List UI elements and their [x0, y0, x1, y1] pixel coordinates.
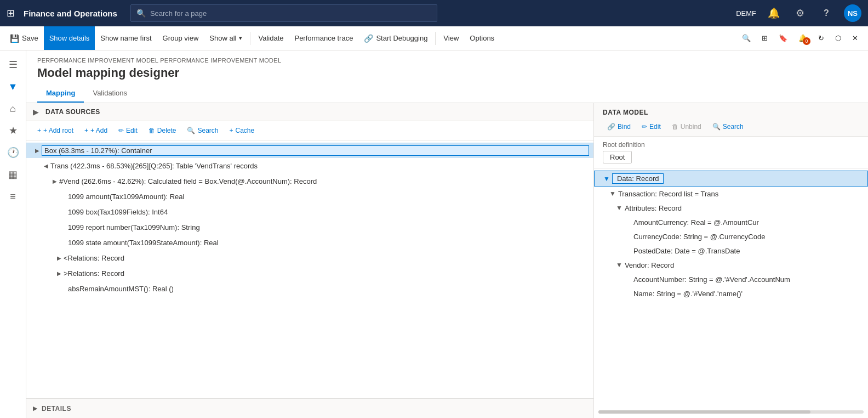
tree-item-box[interactable]: ▶ Box (63.3ms - 10.27%): Container — [26, 143, 593, 158]
tree-item-vend-label: #Vend (262.6ms - 42.62%): Calculated fie… — [59, 177, 589, 185]
save-button[interactable]: 💾 Save — [4, 26, 44, 50]
notification-badge-button[interactable]: 🔔 0 — [793, 34, 813, 42]
expander-trans[interactable]: ◀ — [42, 161, 50, 170]
dm-edit-button[interactable]: ✏ Edit — [637, 121, 665, 133]
panel-toggle[interactable]: ▶ — [33, 108, 39, 116]
options-button[interactable]: Options — [464, 26, 500, 50]
add-root-button[interactable]: + + Add root — [33, 125, 78, 137]
pin-icon: ⊞ — [762, 34, 768, 42]
expander-vend[interactable]: ▶ — [50, 177, 59, 185]
show-details-button[interactable]: Show details — [44, 26, 95, 50]
body-split: ▶ DATA SOURCES + + Add root + + Add ✏ Ed… — [26, 103, 868, 418]
data-sources-toolbar: + + Add root + + Add ✏ Edit 🗑 Delete — [26, 121, 593, 140]
delete-button[interactable]: 🗑 Delete — [144, 125, 181, 137]
dm-item-data[interactable]: ▼ Data: Record — [594, 171, 868, 187]
dm-item-attributes[interactable]: ▼ Attributes: Record — [594, 201, 868, 215]
tree-item-rel2[interactable]: ▶ >Relations: Record — [26, 266, 593, 281]
close-icon: ✕ — [852, 34, 858, 42]
tree-item-vend[interactable]: ▶ #Vend (262.6ms - 42.62%): Calculated f… — [26, 173, 593, 189]
sidebar-table-icon[interactable]: ▦ — [3, 165, 23, 184]
dm-search-icon: 🔍 — [712, 123, 721, 131]
dm-item-account-number[interactable]: AccountNumber: String = @.'#Vend'.Accoun… — [594, 272, 868, 286]
dm-expander-data[interactable]: ▼ — [603, 175, 610, 183]
add-icon: + — [84, 127, 88, 134]
bell-icon[interactable]: 🔔 — [765, 4, 783, 22]
tab-mapping[interactable]: Mapping — [37, 84, 84, 103]
tree-item-1099-amount-label: 1099 amount(Tax1099Amount): Real — [68, 193, 589, 201]
dm-item-name[interactable]: Name: String = @.'#Vend'.'name()' — [594, 286, 868, 301]
dm-expander-vendor[interactable]: ▼ — [616, 261, 623, 269]
tree-item-1099-report[interactable]: 1099 report number(Tax1099Num): String — [26, 219, 593, 235]
sidebar-filter-icon[interactable]: ▼ — [3, 77, 23, 97]
search-button[interactable]: 🔍 — [736, 34, 756, 42]
tree-item-abs[interactable]: absRemainAmountMST(): Real () — [26, 281, 593, 296]
dm-item-currency-code-label: CurrencyCode: String = @.CurrencyCode — [633, 233, 765, 241]
tab-bar: Mapping Validations — [37, 84, 857, 103]
tree-item-1099-state[interactable]: 1099 state amount(Tax1099StateAmount): R… — [26, 235, 593, 250]
bookmark-button[interactable]: 🔖 — [773, 34, 793, 42]
dm-item-posted-date-label: PostedDate: Date = @.TransDate — [633, 247, 740, 255]
open-new-button[interactable]: ⬡ — [830, 34, 847, 42]
sidebar-clock-icon[interactable]: 🕐 — [3, 143, 23, 162]
tree-item-rel2-label: >Relations: Record — [64, 269, 589, 278]
environment-label: DEMF — [736, 9, 756, 18]
show-all-button[interactable]: Show all ▾ — [204, 26, 248, 50]
tree-item-1099-box[interactable]: 1099 box(Tax1099Fields): Int64 — [26, 204, 593, 219]
gear-icon[interactable]: ⚙ — [791, 4, 809, 22]
dm-item-amount-currency[interactable]: AmountCurrency: Real = @.AmountCur — [594, 215, 868, 229]
help-icon[interactable]: ? — [818, 4, 835, 22]
pin-button[interactable]: ⊞ — [756, 34, 773, 42]
search-cmd-icon: 🔍 — [742, 34, 751, 42]
tree-item-trans[interactable]: ◀ Trans (422.3ms - 68.53%)[265][Q:265]: … — [26, 158, 593, 173]
dm-search-button[interactable]: 🔍 Search — [708, 121, 748, 133]
command-bar: 💾 Save Show details Show name first Grou… — [0, 26, 868, 50]
expander-box[interactable]: ▶ — [33, 146, 42, 155]
dm-edit-icon: ✏ — [642, 123, 647, 131]
dm-item-amount-currency-label: AmountCurrency: Real = @.AmountCur — [633, 218, 759, 227]
sidebar-star-icon[interactable]: ★ — [3, 121, 23, 140]
tab-validations[interactable]: Validations — [84, 84, 136, 103]
top-right-icons: DEMF 🔔 ⚙ ? NS — [736, 4, 861, 22]
expander-rel2[interactable]: ▶ — [55, 269, 64, 278]
start-debugging-button[interactable]: 🔗 Start Debugging — [358, 26, 433, 50]
unbind-icon: 🗑 — [672, 123, 678, 131]
performance-trace-button[interactable]: Performance trace — [289, 26, 358, 50]
validate-button[interactable]: Validate — [253, 26, 289, 50]
cache-button[interactable]: + Cache — [225, 125, 259, 137]
global-search-bar[interactable]: 🔍 Search for a page — [130, 4, 437, 22]
data-sources-tree: ▶ Box (63.3ms - 10.27%): Container ◀ Tra… — [26, 140, 593, 398]
data-model-panel: DATA MODEL 🔗 Bind ✏ Edit 🗑 Unbind — [594, 103, 868, 418]
bind-button[interactable]: 🔗 Bind — [603, 121, 635, 133]
avatar[interactable]: NS — [844, 4, 861, 22]
group-view-button[interactable]: Group view — [157, 26, 204, 50]
expander-rel1[interactable]: ▶ — [55, 253, 64, 262]
dm-item-transaction[interactable]: ▼ Transaction: Record list = Trans — [594, 187, 868, 201]
refresh-icon: ↻ — [818, 34, 824, 42]
dm-expander-transaction[interactable]: ▼ — [609, 190, 616, 197]
data-model-title: DATA MODEL — [603, 109, 859, 116]
scrollbar-thumb — [598, 410, 810, 414]
show-name-first-button[interactable]: Show name first — [95, 26, 157, 50]
edit-button[interactable]: ✏ Edit — [114, 125, 142, 137]
add-button[interactable]: + + Add — [80, 125, 112, 137]
details-panel: ▶ DETAILS — [26, 398, 593, 418]
sidebar-menu-icon[interactable]: ☰ — [3, 55, 23, 75]
unbind-button[interactable]: 🗑 Unbind — [667, 121, 706, 133]
close-button[interactable]: ✕ — [847, 34, 864, 42]
tree-item-rel1[interactable]: ▶ <Relations: Record — [26, 250, 593, 266]
root-def-value: Root — [603, 151, 632, 163]
details-expander[interactable]: ▶ — [33, 405, 37, 412]
dm-expander-attributes[interactable]: ▼ — [616, 204, 623, 212]
sidebar-list-icon[interactable]: ≡ — [3, 187, 23, 206]
dm-item-vendor[interactable]: ▼ Vendor: Record — [594, 258, 868, 272]
tree-item-1099-amount[interactable]: 1099 amount(Tax1099Amount): Real — [26, 189, 593, 204]
horizontal-scrollbar[interactable] — [598, 410, 864, 414]
view-button[interactable]: View — [438, 26, 464, 50]
app-grid-icon[interactable]: ⊞ — [7, 7, 15, 19]
refresh-button[interactable]: ↻ — [813, 34, 830, 42]
dm-item-posted-date[interactable]: PostedDate: Date = @.TransDate — [594, 244, 868, 258]
sidebar-home-icon[interactable]: ⌂ — [3, 99, 23, 118]
ds-search-button[interactable]: 🔍 Search — [182, 125, 222, 137]
notification-count: 0 — [803, 37, 810, 45]
dm-item-currency-code[interactable]: CurrencyCode: String = @.CurrencyCode — [594, 229, 868, 244]
